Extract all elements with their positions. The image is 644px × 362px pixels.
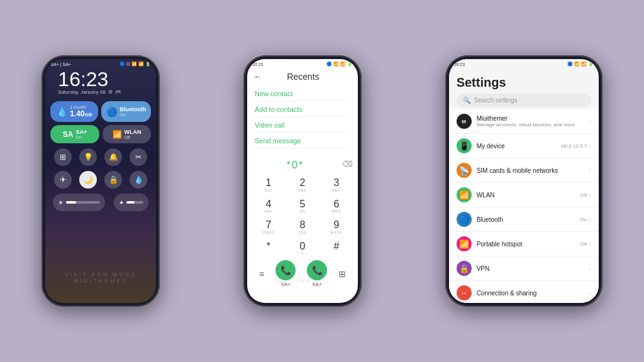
screen-icon-btn[interactable]: ⊞ — [54, 148, 72, 166]
status-icons-1: 🔵 ⊡ 📶 📶 🔋 — [119, 62, 151, 67]
dial-key-5[interactable]: 5 JKL — [286, 196, 319, 216]
bluetooth-settings-icon: 🔵 — [457, 212, 472, 227]
bluetooth-tile[interactable]: 🔵 Bluetooth On — [101, 101, 151, 122]
dialer-recents-list: New contact Add to contacts Video call S… — [247, 84, 358, 151]
settings-item-connection[interactable]: ↔ Connection & sharing › — [449, 281, 599, 303]
bulb-icon-btn[interactable]: 💡 — [79, 148, 97, 166]
settings-title: Settings — [457, 73, 591, 94]
dial-key-4[interactable]: 4 GHI — [252, 196, 285, 216]
dial-key-hash[interactable]: # — [320, 238, 353, 258]
wlan-tile[interactable]: 📶 WLAN Off — [103, 125, 152, 143]
dial-key-2[interactable]: 2 ABC — [286, 175, 319, 195]
settings-header: Settings 🔍 Search settings — [449, 68, 599, 109]
status-bar-3: 16:23 🔵 📶 📶 🔋 — [449, 59, 599, 68]
miuithemer-avatar: M — [457, 114, 472, 129]
dial-key-6[interactable]: 6 MNO — [320, 196, 353, 216]
recent-add-contacts[interactable]: Add to contacts — [255, 102, 350, 117]
watermark-1: VISIT FOR MORE MIUITHEMES — [45, 272, 156, 284]
dialer-title: Recents — [267, 72, 352, 82]
status-bar-2: 16:23 🔵 📶 📶 🔋 — [247, 59, 358, 68]
chevron-icon: › — [589, 118, 591, 125]
hotspot-icon: 📶 — [457, 236, 472, 251]
settings-item-miuithemer[interactable]: M Miuithemer Manage accounts, cloud serv… — [449, 109, 599, 134]
vpn-icon: 🔒 — [457, 261, 472, 276]
sim-icon: 📡 — [457, 163, 472, 178]
phone-control-center: SA+ | SA+ 🔵 ⊡ 📶 📶 🔋 16:23 Saturday, Janu… — [42, 55, 160, 307]
dial-key-8[interactable]: 8 TUV — [286, 217, 319, 237]
brightness-control-2[interactable]: ✦ — [114, 194, 149, 211]
dial-input: *0* — [252, 155, 338, 173]
dialer-header: ← Recents — [247, 68, 358, 84]
connection-icon: ↔ — [457, 285, 472, 300]
settings-item-hotspot[interactable]: 📶 Portable hotspot Off › — [449, 232, 599, 256]
bell-icon-btn[interactable]: 🔔 — [104, 148, 122, 166]
chevron-icon-3: › — [589, 167, 591, 174]
dial-key-1[interactable]: 1 GHI — [252, 175, 285, 195]
chevron-icon-6: › — [589, 241, 591, 248]
chevron-icon-2: › — [589, 143, 591, 150]
dial-action-row: ≡ 📞 SA+ 📞 SA+ ⊞ — [247, 258, 358, 290]
scissors-icon-btn[interactable]: ✂ — [130, 148, 147, 166]
control-tiles: 💧 1 month 1.40GB 🔵 Bluetooth On — [45, 99, 156, 146]
sa-tile[interactable]: SA SA+ On — [50, 125, 99, 143]
back-button[interactable]: ← — [253, 72, 262, 82]
watermark-2: MIUITHEMES — [247, 278, 358, 284]
status-carrier: SA+ | SA+ — [50, 62, 71, 67]
status-icons-3: 🔵 📶 📶 🔋 — [567, 62, 594, 67]
moon-icon-btn[interactable]: 🌙 — [79, 171, 97, 189]
status-icons-2: 🔵 📶 📶 🔋 — [326, 62, 353, 67]
recent-new-contact[interactable]: New contact — [255, 87, 350, 101]
settings-item-wlan[interactable]: 📶 WLAN Off › — [449, 183, 599, 207]
brightness-control[interactable]: ☀ — [53, 194, 104, 211]
dial-key-0[interactable]: 0 + — [286, 238, 319, 258]
drop-icon-btn[interactable]: 💧 — [130, 171, 147, 189]
chevron-icon-5: › — [589, 216, 591, 223]
dial-key-9[interactable]: 9 WXYZ — [320, 217, 353, 237]
data-tile[interactable]: 💧 1 month 1.40GB — [50, 101, 98, 122]
clock-display: 16:23 — [52, 68, 150, 89]
recent-send-message[interactable]: Send message — [255, 134, 350, 148]
settings-item-vpn[interactable]: 🔒 VPN › — [449, 256, 599, 281]
phone-settings: 16:23 🔵 📶 📶 🔋 Settings 🔍 Search settings… — [445, 55, 602, 307]
chevron-icon-8: › — [589, 290, 591, 297]
phone-dialer: 16:23 🔵 📶 📶 🔋 ← Recents New contact Add … — [243, 55, 362, 307]
lock-icon-btn[interactable]: 🔒 — [104, 171, 122, 189]
backspace-icon[interactable]: ⌫ — [342, 160, 353, 168]
dial-key-3[interactable]: 3 DEF — [320, 175, 353, 195]
tiles-row-2: SA SA+ On 📶 WLAN Off — [50, 125, 151, 143]
cc-icon-row-1: ⊞ 💡 🔔 ✂ — [45, 146, 156, 168]
settings-search-bar[interactable]: 🔍 Search settings — [457, 94, 591, 107]
airplane-icon-btn[interactable]: ✈ — [54, 171, 72, 189]
settings-list: M Miuithemer Manage accounts, cloud serv… — [449, 109, 599, 303]
wlan-settings-icon: 📶 — [457, 187, 472, 202]
settings-item-mydevice[interactable]: 📱 My device MIUI 12.5.7 › — [449, 134, 599, 158]
chevron-icon-4: › — [589, 192, 591, 199]
dial-keypad: 1 GHI 2 ABC 3 DEF 4 GHI 5 JKL 6 MNO — [247, 175, 358, 258]
date-display: Saturday, January 08 ⚙ 🎮 — [52, 89, 150, 99]
settings-item-bluetooth[interactable]: 🔵 Bluetooth On › — [449, 207, 599, 232]
mydevice-icon: 📱 — [457, 138, 472, 153]
status-bar-1: SA+ | SA+ 🔵 ⊡ 📶 📶 🔋 — [45, 59, 156, 68]
tiles-row-1: 💧 1 month 1.40GB 🔵 Bluetooth On — [50, 101, 151, 122]
settings-item-sim[interactable]: 📡 SIM cards & mobile networks › — [449, 158, 599, 183]
cc-icon-row-2: ✈ 🌙 🔒 💧 — [45, 168, 156, 191]
dial-key-star[interactable]: * — [252, 238, 285, 258]
search-icon: 🔍 — [463, 97, 470, 104]
chevron-icon-7: › — [589, 265, 591, 272]
dial-key-7[interactable]: 7 PQRS — [252, 217, 285, 237]
recent-video-call[interactable]: Video call — [255, 118, 350, 133]
